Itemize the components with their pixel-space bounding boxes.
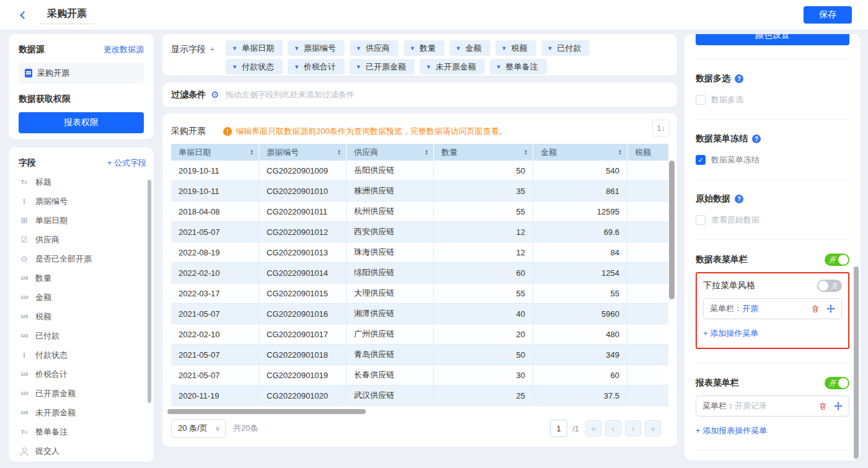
column-header-tax[interactable]: 税额 (627, 144, 668, 161)
raw-data-checkbox[interactable]: 查看原始数据 (696, 214, 849, 226)
field-item[interactable]: 供应商 (19, 230, 146, 249)
change-datasource-link[interactable]: 更改数据源 (104, 44, 144, 55)
field-item[interactable]: 已开票金额 (19, 384, 146, 403)
report-permission-button[interactable]: 报表权限 (19, 112, 144, 133)
delete-trash-icon[interactable] (818, 402, 827, 410)
field-item[interactable]: 单据日期 (19, 211, 146, 230)
display-field-chip[interactable]: ▼ 已开票金额 (350, 59, 415, 74)
display-field-chip[interactable]: ▼ 整单备注 (490, 59, 547, 74)
menu-freeze-checkbox[interactable]: 数据菜单冻结 (696, 154, 849, 166)
field-item[interactable]: 是否已全部开票 (19, 249, 146, 268)
table-vertical-scrollbar[interactable] (669, 161, 675, 299)
add-report-action-menu-link[interactable]: + 添加报表操作菜单 (696, 425, 767, 436)
table-row: 2021-05-07 CG20220901012 西安供应链 12 69.6 (171, 222, 668, 242)
field-item[interactable]: 税额 (19, 307, 146, 326)
chevron-down-icon[interactable]: ▼ (356, 64, 361, 70)
display-field-chip[interactable]: ▼ 供应商 (350, 40, 399, 56)
display-field-chip[interactable]: ▼ 已付款 (541, 40, 590, 56)
field-item[interactable]: 已付款 (19, 326, 146, 345)
column-header-qty[interactable]: 数量 (434, 144, 533, 161)
menu-bar-value[interactable]: 开票记录 (735, 400, 767, 412)
display-field-chip[interactable]: ▼ 单据日期 (226, 40, 283, 56)
column-header-no[interactable]: 票据编号 (259, 144, 347, 161)
chevron-down-icon[interactable]: ▼ (410, 45, 415, 51)
datasource-item-label: 采购开票 (37, 68, 69, 79)
move-drag-icon[interactable] (826, 304, 835, 313)
field-type-icon (19, 196, 30, 206)
menu-bar-value-link[interactable]: 开票 (742, 303, 758, 314)
raw-data-title: 原始数据 (696, 193, 730, 205)
chevron-down-icon[interactable]: ▼ (356, 45, 361, 51)
chevron-down-icon[interactable]: ▼ (294, 64, 299, 70)
column-header-supplier[interactable]: 供应商 (347, 144, 434, 161)
fields-scrollbar[interactable] (148, 180, 151, 403)
next-page-button[interactable]: › (625, 420, 641, 436)
chevron-down-icon[interactable]: ▼ (294, 45, 299, 51)
field-item[interactable]: 提交人 (19, 441, 146, 461)
field-item[interactable]: 标题 (19, 172, 146, 192)
field-item[interactable]: 未开票金额 (19, 403, 146, 422)
filter-settings-gear-icon[interactable]: ⚙ (211, 89, 219, 100)
permission-title: 数据获取权限 (19, 94, 144, 105)
current-page-input[interactable]: 1 (550, 420, 567, 437)
help-icon[interactable]: ? (735, 195, 743, 203)
help-icon[interactable]: ? (752, 135, 761, 143)
field-item[interactable]: 数量 (19, 268, 146, 288)
filter-dropzone[interactable]: 拖动左侧字段到此处来添加过滤条件 (225, 89, 354, 100)
help-icon[interactable]: ? (735, 74, 743, 83)
field-item[interactable]: 票据编号 (19, 192, 146, 211)
display-field-chip[interactable]: ▼ 金额 (450, 40, 490, 56)
delete-trash-icon[interactable] (811, 304, 820, 313)
add-display-field-button[interactable]: + (210, 43, 215, 54)
sort-arrows-icon (524, 149, 528, 156)
column-header-amount[interactable]: 金额 (533, 144, 627, 161)
warning-text: 编辑界面只取数据源前200条作为查询数据预览，完整数据请访问页面查看。 (236, 126, 507, 137)
field-item[interactable]: 价税合计 (19, 364, 146, 384)
multi-select-checkbox[interactable]: 数据多选 (696, 94, 849, 105)
move-drag-icon[interactable] (834, 402, 843, 410)
prev-page-button[interactable]: ‹ (605, 420, 621, 436)
chevron-down-icon[interactable]: ▼ (232, 64, 237, 70)
field-item[interactable]: 整单备注 (19, 422, 146, 441)
display-field-chip[interactable]: ▼ 未开票金额 (420, 59, 485, 74)
page-size-select[interactable]: 20 条/页 ∨ (171, 419, 226, 438)
chip-row-2: ▼ 付款状态 ▼ 价税合计 ▼ 已开票金额 ▼ 未开票金额 (226, 59, 590, 74)
cell-tax (627, 386, 668, 406)
report-menu-toggle[interactable]: 开 (825, 377, 849, 389)
table-horizontal-scrollbar[interactable] (167, 409, 366, 414)
chevron-down-icon[interactable]: ▼ (232, 45, 237, 51)
field-type-icon (19, 446, 30, 456)
cell-tax (627, 324, 668, 345)
save-button[interactable]: 保存 (804, 6, 852, 24)
back-button[interactable] (15, 6, 32, 24)
display-field-chip[interactable]: ▼ 价税合计 (288, 59, 345, 74)
chevron-down-icon[interactable]: ▼ (502, 45, 507, 51)
chevron-down-icon[interactable]: ▼ (426, 64, 432, 70)
page-title[interactable]: 采购开票 (40, 6, 94, 24)
chevron-down-icon[interactable]: ▼ (496, 64, 502, 70)
settings-scrollbar[interactable] (854, 267, 859, 459)
chevron-down-icon[interactable]: ▼ (456, 45, 461, 51)
datasource-item[interactable]: 采购开票 (19, 63, 144, 84)
chip-label: 已付款 (557, 43, 581, 54)
display-field-chip[interactable]: ▼ 数量 (404, 40, 445, 56)
add-formula-field-link[interactable]: + 公式字段 (107, 157, 146, 169)
column-header-date[interactable]: 单据日期 (171, 144, 259, 161)
last-page-button[interactable]: » (645, 420, 661, 436)
dropdown-style-toggle[interactable]: 关 (817, 280, 842, 292)
toggle-label: 关 (831, 281, 838, 291)
display-field-chip[interactable]: ▼ 票据编号 (288, 40, 345, 56)
display-field-chip[interactable]: ▼ 付款状态 (226, 59, 283, 74)
chevron-down-icon[interactable]: ▼ (547, 45, 553, 51)
cell-supplier: 武汉供应链 (347, 386, 434, 406)
field-item[interactable]: 付款状态 (19, 345, 146, 364)
cell-date: 2019-10-11 (171, 161, 259, 181)
sort-order-button[interactable]: 1↓ (652, 120, 670, 137)
multi-select-title: 数据多选 (696, 73, 730, 84)
first-page-button[interactable]: « (585, 420, 601, 436)
add-action-menu-link[interactable]: + 添加操作菜单 (703, 328, 758, 339)
table-menu-toggle[interactable]: 开 (825, 254, 849, 266)
field-item[interactable]: 金额 (19, 288, 146, 307)
display-field-chip[interactable]: ▼ 税额 (495, 40, 536, 56)
color-settings-button[interactable]: 颜色设置 (696, 34, 849, 45)
